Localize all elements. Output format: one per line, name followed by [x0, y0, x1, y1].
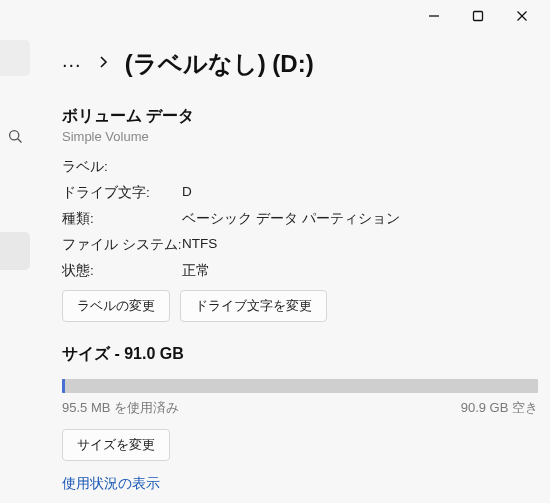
left-nav-strip [0, 40, 30, 154]
prop-value: D [182, 184, 192, 202]
change-drive-letter-button[interactable]: ドライブ文字を変更 [180, 290, 327, 322]
prop-row-type: 種類: ベーシック データ パーティション [62, 210, 538, 228]
prop-value: ベーシック データ パーティション [182, 210, 400, 228]
breadcrumb: ··· (ラベルなし) (D:) [62, 48, 538, 80]
show-usage-link[interactable]: 使用状況の表示 [62, 475, 160, 493]
prop-label: ファイル システム: [62, 236, 182, 254]
minimize-icon[interactable] [426, 8, 442, 24]
volume-subtitle: Simple Volume [62, 129, 538, 144]
maximize-icon[interactable] [470, 8, 486, 24]
breadcrumb-more-button[interactable]: ··· [62, 53, 82, 76]
prop-row-letter: ドライブ文字: D [62, 184, 538, 202]
chevron-right-icon [98, 55, 109, 73]
svg-line-5 [17, 138, 21, 142]
change-label-button[interactable]: ラベルの変更 [62, 290, 170, 322]
svg-rect-1 [474, 12, 483, 21]
usage-bar-fill [62, 379, 65, 393]
svg-point-4 [9, 130, 18, 139]
usage-bar [62, 379, 538, 393]
prop-row-state: 状態: 正常 [62, 262, 538, 280]
prop-label: 種類: [62, 210, 182, 228]
change-size-button[interactable]: サイズを変更 [62, 429, 170, 461]
window-title-bar [0, 0, 550, 32]
page-title: (ラベルなし) (D:) [125, 48, 314, 80]
close-icon[interactable] [514, 8, 530, 24]
prop-label: 状態: [62, 262, 182, 280]
search-icon[interactable] [0, 118, 30, 154]
size-section-title: サイズ - 91.0 GB [62, 344, 538, 365]
usage-free-label: 90.9 GB 空き [461, 399, 538, 417]
prop-row-fs: ファイル システム: NTFS [62, 236, 538, 254]
prop-label: ドライブ文字: [62, 184, 182, 202]
usage-used-label: 95.5 MB を使用済み [62, 399, 179, 417]
prop-row-label: ラベル: [62, 158, 538, 176]
prop-value: NTFS [182, 236, 217, 254]
prop-value: 正常 [182, 262, 210, 280]
nav-tab-secondary[interactable] [0, 232, 30, 270]
prop-label: ラベル: [62, 158, 182, 176]
volume-section-title: ボリューム データ [62, 106, 538, 127]
nav-tab[interactable] [0, 40, 30, 76]
